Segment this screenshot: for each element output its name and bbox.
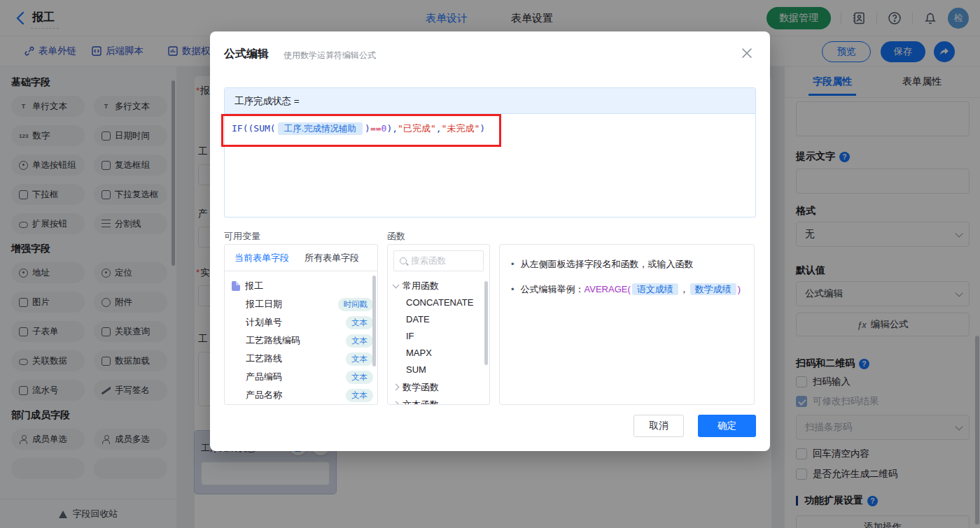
formula-edit-modal: 公式编辑 使用数学运算符编辑公式 工序完成状态 = IF((SUM(工序.完成情… [210,31,770,451]
type-badge: 时间戳 [338,298,374,311]
functions-label: 函数 [387,230,405,243]
variable-row[interactable]: 工艺路线文本 [232,350,373,368]
functions-panel: 搜索函数 常用函数 CONCATENATE DATE IF MAPX SUM 数… [387,244,490,405]
type-badge: 文本 [346,389,373,402]
variable-tree-root[interactable]: 报工 [232,277,373,295]
close-icon[interactable] [739,45,755,61]
form-file-icon [232,281,240,291]
function-item[interactable]: MAPX [388,345,489,362]
modal-title: 公式编辑 [224,47,269,62]
variables-panel: 当前表单字段 所有表单字段 报工 报工日期时间戳 计划单号文本 工艺路线编码文本… [224,244,378,405]
chevron-right-icon [393,384,400,391]
function-search-input[interactable]: 搜索函数 [393,250,484,271]
function-item[interactable]: IF [388,328,489,345]
chevron-down-icon [393,281,400,288]
tab-current-form-fields[interactable]: 当前表单字段 [234,252,289,264]
type-badge: 文本 [346,371,373,384]
search-icon [400,257,407,264]
variables-label: 可用变量 [224,230,260,243]
function-group-text[interactable]: 文本函数 [388,396,489,405]
function-group-math[interactable]: 数学函数 [388,378,489,396]
variable-row[interactable]: 报工日期时间戳 [232,295,373,313]
function-item[interactable]: SUM [388,362,489,378]
search-placeholder: 搜索函数 [411,255,446,267]
functions-scrollbar[interactable] [484,281,488,365]
formula-editor[interactable]: 工序完成状态 = IF((SUM(工序.完成情况辅助)==0),"已完成","未… [224,87,756,217]
example-function-name: AVERAGE( [584,284,631,294]
variable-row[interactable]: 工艺路线编码文本 [232,331,373,350]
function-item[interactable]: DATE [388,311,489,328]
example-token-chip[interactable]: 数学成绩 [690,283,736,295]
variable-row[interactable]: 计划单号文本 [232,313,373,331]
formula-target: 工序完成状态 = [225,88,755,114]
hint-line: •从左侧面板选择字段名和函数，或输入函数 [511,257,743,271]
type-badge: 文本 [346,316,373,329]
variable-row[interactable]: 产品名称文本 [232,386,373,404]
variables-scrollbar[interactable] [372,276,376,366]
chevron-right-icon [393,401,400,405]
example-token-chip[interactable]: 语文成绩 [632,283,678,295]
function-group-common[interactable]: 常用函数 [388,277,489,294]
variable-row[interactable]: 产品编码文本 [232,368,373,386]
hint-example-line: • 公式编辑举例：AVERAGE(语文成绩，数学成绩) [511,283,743,297]
type-badge: 文本 [346,334,373,348]
cancel-button[interactable]: 取消 [634,415,684,437]
tab-all-form-fields[interactable]: 所有表单字段 [304,252,359,264]
formula-expression[interactable]: IF((SUM(工序.完成情况辅助)==0),"已完成","未完成") [232,122,485,135]
function-item[interactable]: CONCATENATE [388,294,489,311]
modal-subtitle: 使用数学运算符编辑公式 [284,50,376,62]
hints-panel: •从左侧面板选择字段名和函数，或输入函数 • 公式编辑举例：AVERAGE(语文… [499,244,755,405]
confirm-button[interactable]: 确定 [698,415,756,437]
field-token-chip[interactable]: 工序.完成情况辅助 [278,122,363,135]
type-badge: 文本 [346,352,373,366]
